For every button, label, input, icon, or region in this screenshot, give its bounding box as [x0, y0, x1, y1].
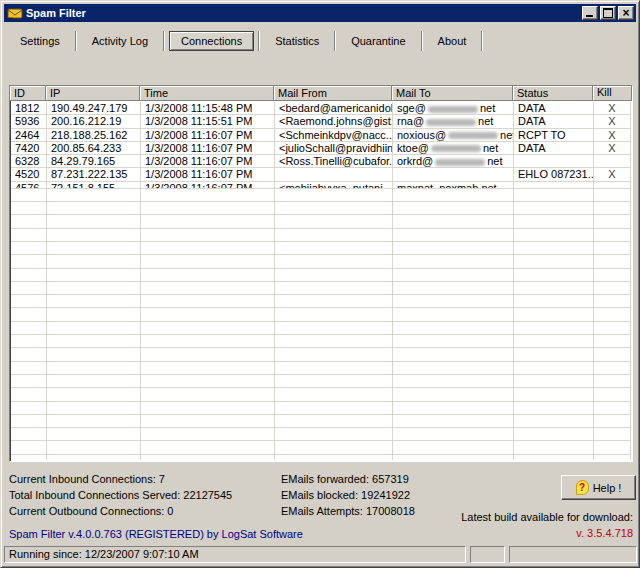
- column-header-time[interactable]: Time: [140, 86, 274, 101]
- tab-activity-log[interactable]: Activity Log: [81, 32, 159, 50]
- cell-time: 1/3/2008 11:16:07 PM: [141, 168, 275, 181]
- table-body[interactable]: 1812190.49.247.1791/3/2008 11:15:48 PM<b…: [11, 102, 631, 460]
- window-title: Spam Filter: [26, 7, 580, 19]
- cell-mail-from: [275, 322, 393, 335]
- table-row: [11, 189, 631, 202]
- cell-kill[interactable]: X: [594, 115, 631, 128]
- cell-kill[interactable]: [594, 322, 631, 335]
- cell-kill[interactable]: [594, 155, 631, 168]
- cell-kill[interactable]: [594, 242, 631, 255]
- cell-mail-from: <Raemond.johns@gist...: [275, 115, 393, 128]
- cell-kill[interactable]: [594, 282, 631, 295]
- cell-kill[interactable]: [594, 375, 631, 388]
- cell-mail-to: [393, 335, 514, 348]
- cell-kill[interactable]: X: [594, 142, 631, 155]
- tab-connections[interactable]: Connections: [169, 31, 254, 51]
- cell-kill[interactable]: [594, 362, 631, 375]
- cell-id: [11, 202, 47, 215]
- cell-mail-to: [393, 362, 514, 375]
- titlebar[interactable]: Spam Filter: [4, 4, 636, 22]
- minimize-button[interactable]: [582, 6, 598, 20]
- table-row: [11, 202, 631, 215]
- stat-current-outbound: Current Outbound Connections: 0: [9, 505, 174, 517]
- tab-separator: [75, 31, 77, 51]
- table-row[interactable]: 2464218.188.25.1621/3/2008 11:16:07 PM<S…: [11, 129, 631, 142]
- tab-about[interactable]: About: [427, 32, 478, 50]
- redacted-text: [426, 119, 476, 126]
- column-header-ip[interactable]: IP: [46, 86, 140, 101]
- cell-ip: 72.151.8.155: [47, 182, 141, 189]
- column-header-kill[interactable]: Kill: [593, 86, 632, 101]
- cell-status: [514, 308, 594, 321]
- cell-kill[interactable]: [594, 182, 631, 189]
- cell-ip: [47, 375, 141, 388]
- cell-mail-from: <Schmeinkdpv@nacc...: [275, 129, 393, 142]
- column-header-status[interactable]: Status: [513, 86, 593, 101]
- cell-kill[interactable]: [594, 402, 631, 415]
- cell-id: [11, 441, 47, 454]
- tab-quarantine[interactable]: Quarantine: [340, 32, 416, 50]
- cell-id: [11, 335, 47, 348]
- app-window: Spam Filter Settings Activity Log Connec…: [0, 0, 640, 568]
- cell-kill[interactable]: [594, 441, 631, 454]
- cell-kill[interactable]: [594, 269, 631, 282]
- cell-kill[interactable]: X: [594, 168, 631, 181]
- cell-kill[interactable]: [594, 428, 631, 441]
- maximize-button[interactable]: [600, 6, 616, 20]
- cell-id: [11, 375, 47, 388]
- cell-ip: [47, 269, 141, 282]
- cell-mail-to: maxpat_noxmab.net: [393, 182, 514, 189]
- table-row[interactable]: 457672.151.8.1551/3/2008 11:16:07 PM<mob…: [11, 182, 631, 189]
- cell-kill[interactable]: [594, 202, 631, 215]
- cell-id: 2464: [11, 129, 47, 142]
- cell-ip: [47, 335, 141, 348]
- cell-kill[interactable]: [594, 215, 631, 228]
- cell-kill[interactable]: [594, 229, 631, 242]
- cell-kill[interactable]: [594, 295, 631, 308]
- envelope-icon[interactable]: [7, 7, 23, 20]
- cell-ip: [47, 282, 141, 295]
- cell-id: [11, 282, 47, 295]
- cell-kill[interactable]: [594, 308, 631, 321]
- cell-mail-to: ktoe@net: [393, 142, 514, 155]
- column-header-mail-to[interactable]: Mail To: [392, 86, 513, 101]
- cell-status: DATA: [514, 102, 594, 115]
- cell-kill[interactable]: [594, 189, 631, 202]
- cell-kill[interactable]: X: [594, 102, 631, 115]
- cell-ip: [47, 402, 141, 415]
- cell-kill[interactable]: [594, 255, 631, 268]
- cell-time: [141, 455, 275, 460]
- cell-status: [514, 242, 594, 255]
- cell-kill[interactable]: [594, 348, 631, 361]
- table-row[interactable]: 7420200.85.64.2331/3/2008 11:16:07 PM<ju…: [11, 142, 631, 155]
- cell-status: [514, 428, 594, 441]
- table-row[interactable]: 5936200.16.212.191/3/2008 11:15:51 PM<Ra…: [11, 115, 631, 128]
- cell-mail-from: [275, 415, 393, 428]
- table-row[interactable]: 632884.29.79.1651/3/2008 11:16:07 PM<Ros…: [11, 155, 631, 168]
- tab-separator: [258, 31, 260, 51]
- tab-separator: [481, 31, 483, 51]
- tab-strip: Settings Activity Log Connections Statis…: [9, 30, 487, 52]
- table-row: [11, 242, 631, 255]
- cell-time: 1/3/2008 11:16:07 PM: [141, 155, 275, 168]
- table-row[interactable]: 452087.231.222.1351/3/2008 11:16:07 PMEH…: [11, 168, 631, 181]
- close-button[interactable]: [618, 6, 634, 20]
- cell-id: 7420: [11, 142, 47, 155]
- column-header-mail-from[interactable]: Mail From: [274, 86, 392, 101]
- cell-id: [11, 269, 47, 282]
- help-button[interactable]: ? Help !: [561, 475, 636, 500]
- connections-table[interactable]: ID IP Time Mail From Mail To Status Kill…: [9, 85, 633, 462]
- cell-kill[interactable]: [594, 335, 631, 348]
- cell-kill[interactable]: X: [594, 129, 631, 142]
- tab-statistics[interactable]: Statistics: [264, 32, 330, 50]
- table-row[interactable]: 1812190.49.247.1791/3/2008 11:15:48 PM<b…: [11, 102, 631, 115]
- cell-ip: [47, 215, 141, 228]
- tab-settings[interactable]: Settings: [9, 32, 71, 50]
- column-header-id[interactable]: ID: [10, 86, 46, 101]
- cell-kill[interactable]: [594, 455, 631, 460]
- cell-ip: 200.85.64.233: [47, 142, 141, 155]
- table-header: ID IP Time Mail From Mail To Status Kill: [10, 86, 632, 101]
- cell-status: DATA: [514, 142, 594, 155]
- cell-kill[interactable]: [594, 415, 631, 428]
- cell-kill[interactable]: [594, 388, 631, 401]
